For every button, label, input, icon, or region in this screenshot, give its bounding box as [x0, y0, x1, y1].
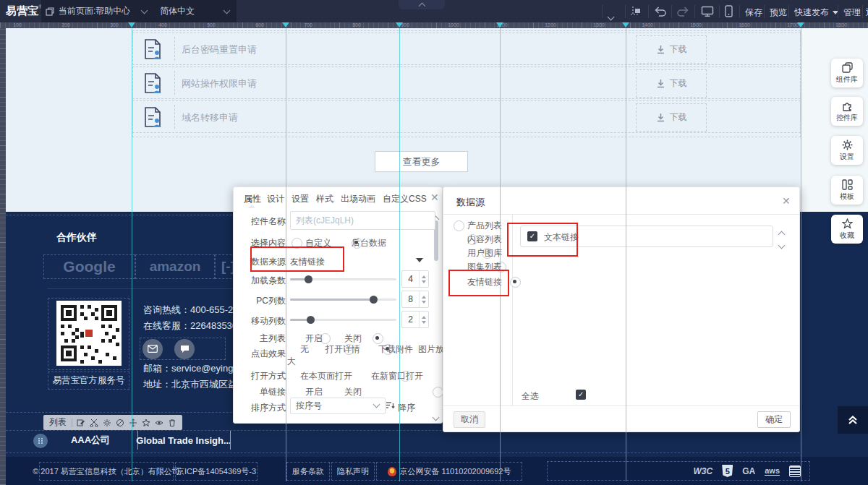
- tab-animation[interactable]: 出场动画: [341, 193, 375, 205]
- open-new-label[interactable]: 在新窗口打开: [371, 370, 423, 382]
- tab-settings[interactable]: 设置: [292, 193, 309, 205]
- scroll-down-arrow[interactable]: [779, 238, 784, 251]
- dropdown-arrow-icon[interactable]: [416, 258, 423, 262]
- spinner-arrows[interactable]: [419, 271, 428, 287]
- favorite-icon[interactable]: [142, 419, 150, 427]
- option-label[interactable]: 用户图库: [467, 247, 502, 259]
- tab-design[interactable]: 设计: [267, 193, 284, 205]
- manage-button[interactable]: 管理: [843, 7, 861, 19]
- radio-friend-links[interactable]: [510, 277, 521, 288]
- vertical-ruler[interactable]: [0, 28, 6, 485]
- download-button[interactable]: 下载: [636, 35, 707, 64]
- sort-order-label[interactable]: 降序: [398, 402, 415, 414]
- sidebar-item-settings[interactable]: 设置: [831, 136, 863, 165]
- mail-icon[interactable]: [142, 339, 163, 359]
- pc-cols-slider[interactable]: [290, 299, 396, 301]
- spinner-arrows[interactable]: [419, 291, 428, 307]
- guide-marker[interactable]: [496, 22, 503, 27]
- option-label[interactable]: 产品列表: [467, 220, 502, 232]
- redo-icon[interactable]: [677, 6, 689, 17]
- select-all-checkbox[interactable]: [576, 390, 586, 400]
- edit-icon[interactable]: [77, 419, 85, 427]
- doc-list-row[interactable]: 网站操作权限申请 下载: [132, 66, 801, 99]
- doc-list-row[interactable]: 后台密码重置申请 下载: [132, 33, 801, 65]
- scroll-down-arrow[interactable]: [433, 410, 438, 423]
- load-count-slider[interactable]: [290, 278, 396, 280]
- doc-list-row[interactable]: 域名转移申请 下载: [132, 100, 801, 133]
- load-count-spinner[interactable]: 4: [401, 270, 429, 288]
- control-name-input[interactable]: 列表(cJEJqLH): [290, 211, 435, 230]
- qr-caption-box[interactable]: 易营宝官方服务号: [48, 372, 129, 390]
- sort-desc-icon[interactable]: [386, 401, 395, 410]
- icp-box[interactable]: 京ICP备14054369号-3: [175, 462, 258, 481]
- collapse-toolbar-icon[interactable]: [608, 9, 613, 22]
- tab-properties[interactable]: 属性: [244, 193, 261, 205]
- preview-button[interactable]: 预览: [770, 7, 787, 19]
- mobile-cols-slider[interactable]: [290, 319, 396, 321]
- sort-select[interactable]: 按序号: [290, 398, 386, 414]
- terms-link[interactable]: 服务条款: [286, 462, 330, 481]
- qr-code-box[interactable]: [48, 298, 129, 370]
- tab-style[interactable]: 样式: [316, 193, 333, 205]
- tab-custom-css[interactable]: 自定义CSS: [383, 193, 427, 205]
- slider-knob[interactable]: [370, 296, 378, 304]
- option-label[interactable]: 内容列表: [467, 233, 502, 246]
- select-all-label[interactable]: 全选: [522, 390, 539, 403]
- list-item[interactable]: AAA公司: [43, 432, 137, 448]
- mobile-view-icon[interactable]: [725, 5, 733, 17]
- download-button[interactable]: 下载: [636, 69, 707, 98]
- sidebar-item-templates[interactable]: 模板: [831, 176, 863, 205]
- guide-marker[interactable]: [128, 22, 135, 27]
- sidebar-item-components[interactable]: 组件库: [831, 59, 863, 87]
- guide-marker[interactable]: [282, 22, 289, 27]
- radio-backend-label[interactable]: 后台数据: [352, 237, 386, 249]
- privacy-link[interactable]: 隐私声明: [331, 462, 375, 481]
- settings-icon[interactable]: [103, 419, 111, 427]
- cut-icon[interactable]: [90, 419, 98, 427]
- spinner-arrows[interactable]: [419, 312, 428, 327]
- desktop-view-icon[interactable]: [701, 6, 714, 17]
- confirm-button[interactable]: 确定: [757, 411, 791, 428]
- mobile-cols-spinner[interactable]: 2: [401, 311, 429, 328]
- view-more-button[interactable]: 查看更多: [375, 151, 468, 172]
- visibility-icon[interactable]: [155, 419, 163, 427]
- clear-style-icon[interactable]: [116, 419, 124, 427]
- close-icon[interactable]: ✕: [782, 195, 791, 207]
- radio-single-on[interactable]: [433, 387, 443, 398]
- click-zoom-label-1[interactable]: 图片放: [418, 343, 444, 356]
- slider-knob[interactable]: [307, 316, 315, 324]
- partner-logo-google[interactable]: Google: [43, 254, 135, 279]
- sidebar-item-favorites[interactable]: 收藏: [831, 215, 863, 244]
- sidebar-item-controls[interactable]: 控件库: [831, 97, 863, 126]
- single-on-label[interactable]: 开启: [305, 386, 323, 398]
- guides-icon[interactable]: [630, 6, 642, 17]
- cancel-button[interactable]: 取消: [454, 411, 485, 428]
- language-dropdown[interactable]: 简体中文: [153, 0, 237, 22]
- single-off-label[interactable]: 关闭: [344, 386, 362, 398]
- slider-knob[interactable]: [305, 275, 312, 283]
- chat-icon[interactable]: [174, 339, 195, 359]
- guide-marker[interactable]: [396, 22, 403, 27]
- radio-product-list[interactable]: [454, 220, 464, 231]
- toolbar-collapse-tab[interactable]: [399, 0, 445, 9]
- click-none-label[interactable]: 无: [300, 343, 309, 356]
- guide-marker[interactable]: [622, 22, 629, 27]
- pc-cols-spinner[interactable]: 8: [401, 291, 429, 308]
- partner-logo-amazon[interactable]: amazon: [135, 254, 215, 279]
- click-download-label[interactable]: 下载附件: [378, 343, 413, 356]
- undo-icon[interactable]: [654, 6, 666, 17]
- click-detail-label[interactable]: 打开详情: [326, 343, 360, 356]
- open-same-label[interactable]: 在本页面打开: [300, 370, 352, 382]
- list-item[interactable]: Global Trade Insigh...: [139, 432, 229, 448]
- close-icon[interactable]: ✕: [430, 192, 439, 203]
- click-zoom-label-2[interactable]: 大: [287, 356, 296, 368]
- guide-marker[interactable]: [797, 22, 804, 27]
- page-dropdown[interactable]: 当前页面:帮助中心: [41, 0, 154, 22]
- contact-icons-box[interactable]: [140, 338, 226, 360]
- back-to-top-button[interactable]: [838, 406, 868, 434]
- save-button[interactable]: 保存: [745, 7, 762, 19]
- move-icon[interactable]: [129, 419, 137, 427]
- download-button[interactable]: 下载: [636, 103, 707, 132]
- quick-publish-button[interactable]: 快速发布: [794, 7, 838, 19]
- delete-icon[interactable]: [168, 419, 176, 427]
